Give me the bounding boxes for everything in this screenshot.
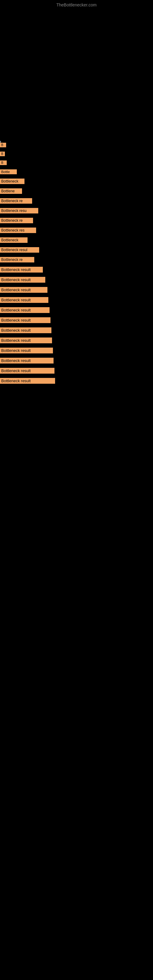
list-item: Bottleneck result — [0, 305, 153, 315]
bottleneck-result-label: B — [0, 143, 6, 147]
bottleneck-result-label: Bottleneck result — [0, 337, 52, 343]
list-item: Bottleneck result — [0, 356, 153, 366]
bottleneck-result-label: Bottleneck re — [0, 257, 34, 262]
bottleneck-result-label: Bottleneck resu — [0, 208, 38, 213]
bottleneck-result-label: Bottleneck result — [0, 307, 49, 313]
bottleneck-result-label: Bottleneck result — [0, 348, 53, 353]
bottleneck-result-label: Bottleneck result — [0, 378, 55, 384]
list-item: Bottle — [0, 167, 153, 177]
list-item: B — [0, 159, 153, 167]
list-item: Bottleneck result — [0, 326, 153, 336]
bottleneck-result-label: Bottlene — [0, 188, 22, 194]
bottleneck-result-label: Bottleneck result — [0, 287, 48, 293]
list-item: Bottleneck result — [0, 376, 153, 386]
bottleneck-result-label: Bottleneck result — [0, 277, 45, 283]
bottleneck-result-label: Bottleneck result — [0, 267, 43, 272]
list-item: Bottleneck result — [0, 366, 153, 376]
list-item: Bottleneck — [0, 177, 153, 186]
bottleneck-result-label: Bottleneck result — [0, 317, 51, 323]
list-item: Bottleneck result — [0, 285, 153, 295]
bottleneck-result-label: Bottleneck — [0, 178, 24, 184]
bottleneck-result-label: Bottleneck re — [0, 218, 33, 223]
list-item: Bottleneck result — [0, 295, 153, 305]
bottleneck-result-label: Bottleneck re — [0, 198, 32, 204]
list-item: Bottleneck re — [0, 255, 153, 265]
list-item: Bottleneck result — [0, 265, 153, 275]
list-item: Bottleneck re — [0, 216, 153, 226]
bottleneck-result-label: Bottleneck res — [0, 228, 36, 233]
list-item: Bottleneck res — [0, 226, 153, 235]
bottleneck-items-container: BBBBottleBottleneckBottleneBottleneck re… — [0, 141, 153, 386]
list-item: B — [0, 150, 153, 159]
site-title: TheBottlenecker.com — [56, 2, 97, 7]
bottleneck-result-label: Bottleneck result — [0, 358, 54, 364]
list-item: Bottleneck result — [0, 346, 153, 356]
bottleneck-result-label: B — [0, 151, 5, 156]
bottleneck-result-label: B — [0, 161, 7, 165]
list-item: Bottleneck result — [0, 336, 153, 346]
bottleneck-result-label: Bottleneck resul — [0, 247, 39, 253]
list-item: Bottleneck result — [0, 315, 153, 326]
list-item: Bottleneck resul — [0, 245, 153, 255]
list-item: Bottleneck result — [0, 275, 153, 285]
list-item: Bottleneck re — [0, 196, 153, 206]
list-item: Bottleneck — [0, 235, 153, 245]
list-item: Bottleneck resu — [0, 206, 153, 216]
list-item: Bottlene — [0, 186, 153, 196]
list-item: B — [0, 141, 153, 150]
bottleneck-result-label: Bottleneck — [0, 237, 27, 243]
bottleneck-result-label: Bottle — [0, 169, 17, 174]
bottleneck-result-label: Bottleneck result — [0, 297, 48, 303]
bottleneck-result-label: Bottleneck result — [0, 328, 51, 333]
bottleneck-result-label: Bottleneck result — [0, 368, 54, 374]
